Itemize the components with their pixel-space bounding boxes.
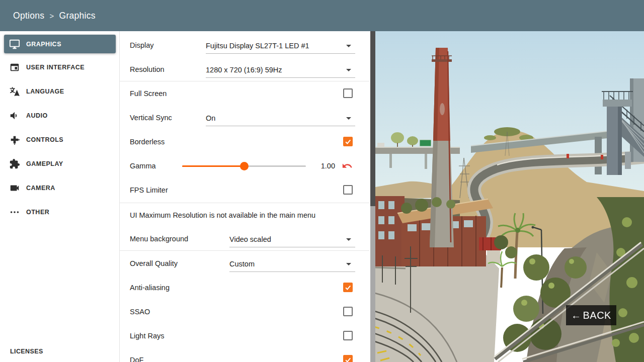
sidebar-item-audio[interactable]: AUDIO	[0, 104, 119, 128]
dof-label: DoF	[130, 356, 143, 362]
back-button[interactable]: ← BACK	[566, 305, 616, 325]
setting-row-anti-aliasing: Anti-aliasing	[120, 276, 369, 300]
overall-quality-value: Custom	[229, 260, 255, 268]
gamepad-icon	[9, 134, 20, 145]
monitor-icon	[9, 39, 20, 50]
sidebar-item-user-interface[interactable]: USER INTERFACE	[0, 55, 119, 79]
overall-quality-label: Overall Quality	[130, 259, 178, 267]
gamma-label: Gamma	[130, 162, 156, 170]
back-button-label: BACK	[583, 310, 611, 321]
light-rays-checkbox[interactable]	[343, 331, 353, 340]
fps-limiter-label: FPS Limiter	[130, 186, 168, 194]
setting-row-overall-quality: Overall Quality Custom	[120, 251, 369, 276]
options-sidebar: GRAPHICS USER INTERFACE LANGUAGE AUDIO C…	[0, 31, 120, 362]
setting-row-borderless: Borderless	[120, 130, 369, 154]
menu-background-value: Video scaled	[229, 235, 271, 243]
check-icon	[344, 138, 352, 145]
puzzle-icon	[9, 158, 20, 169]
divider	[120, 250, 369, 251]
dropdown-arrow-icon	[346, 263, 351, 265]
vertical-sync-label: Vertical Sync	[130, 114, 172, 122]
gamma-value: 1.00	[313, 162, 335, 170]
sidebar-item-label: GRAPHICS	[26, 41, 61, 48]
dof-checkbox[interactable]	[343, 355, 353, 362]
gamma-slider-thumb[interactable]	[240, 162, 249, 170]
translate-icon	[9, 86, 20, 97]
graphics-settings-panel: Display Fujitsu Display SL27T-1 LED #1 R…	[120, 31, 369, 362]
setting-row-dof: DoF	[120, 348, 369, 362]
breadcrumb: Options > Graphics	[13, 11, 96, 21]
anti-aliasing-label: Anti-aliasing	[130, 284, 170, 292]
sidebar-item-label: OTHER	[26, 209, 49, 216]
sidebar-item-graphics[interactable]: GRAPHICS	[4, 35, 116, 53]
sidebar-item-label: CONTROLS	[26, 136, 63, 143]
window-icon	[9, 62, 20, 73]
breadcrumb-options[interactable]: Options	[13, 11, 44, 21]
sidebar-item-label: GAMEPLAY	[26, 160, 63, 167]
sidebar-item-label: USER INTERFACE	[26, 64, 85, 71]
ssao-checkbox[interactable]	[343, 307, 353, 316]
setting-row-display: Display Fujitsu Display SL27T-1 LED #1	[120, 33, 369, 57]
setting-row-menu-background: Menu background Video scaled	[120, 227, 369, 251]
full-screen-label: Full Screen	[130, 89, 167, 98]
undo-icon	[342, 160, 353, 171]
licenses-link[interactable]: LICENSES	[10, 348, 43, 355]
resolution-select[interactable]: 644 x 362 (16:9) 59Hz	[206, 61, 355, 78]
overall-quality-select[interactable]: Custom	[229, 255, 355, 272]
setting-row-full-screen: Full Screen	[120, 81, 369, 106]
sidebar-item-language[interactable]: LANGUAGE	[0, 79, 119, 104]
borderless-label: Borderless	[130, 138, 165, 146]
menu-background-select[interactable]: Video scaled	[229, 231, 355, 247]
vertical-sync-select[interactable]: On	[206, 110, 355, 126]
videocam-icon	[9, 183, 20, 194]
setting-row-gamma: Gamma 1.00	[120, 154, 369, 178]
breadcrumb-graphics: Graphics	[59, 11, 95, 21]
resolution-label: Resolution	[130, 65, 165, 73]
display-label: Display	[130, 41, 154, 49]
resolution-value: 644 x 362 (16:9) 59Hz	[206, 66, 282, 74]
sidebar-item-label: AUDIO	[26, 112, 48, 119]
back-arrow-icon: ←	[571, 310, 582, 321]
ssao-label: SSAO	[130, 308, 150, 316]
breadcrumb-separator: >	[49, 12, 54, 20]
setting-row-vertical-sync: Vertical Sync On	[120, 106, 369, 130]
fps-limiter-checkbox[interactable]	[343, 185, 353, 195]
more-dots-icon	[9, 207, 20, 218]
sidebar-item-label: LANGUAGE	[26, 88, 64, 95]
dropdown-arrow-icon	[346, 117, 351, 120]
ui-resolution-note: UI Maximum Resolution is not available i…	[120, 203, 369, 227]
dropdown-arrow-icon	[346, 45, 351, 47]
setting-row-light-rays: Light Rays	[120, 324, 369, 348]
settings-scrollbar-track[interactable]	[370, 31, 375, 362]
display-value: Fujitsu Display SL27T-1 LED #1	[206, 42, 309, 50]
speaker-icon	[9, 110, 20, 121]
sidebar-item-label: CAMERA	[26, 185, 55, 192]
check-icon	[344, 356, 352, 362]
check-icon	[344, 284, 352, 291]
anti-aliasing-checkbox[interactable]	[343, 283, 353, 292]
menu-background-label: Menu background	[130, 235, 188, 243]
dropdown-arrow-icon	[346, 69, 351, 71]
sidebar-item-camera[interactable]: CAMERA	[0, 176, 119, 200]
note-text: UI Maximum Resolution is not available i…	[130, 211, 315, 219]
setting-row-resolution: Resolution 644 x 362 (16:9) 59Hz	[120, 57, 369, 81]
sidebar-item-gameplay[interactable]: GAMEPLAY	[0, 152, 119, 176]
full-screen-checkbox[interactable]	[343, 88, 353, 98]
dropdown-arrow-icon	[346, 238, 351, 241]
light-rays-label: Light Rays	[130, 332, 165, 340]
sidebar-item-controls[interactable]: CONTROLS	[0, 128, 119, 152]
setting-row-fps-limiter: FPS Limiter	[120, 178, 369, 202]
setting-row-ssao: SSAO	[120, 300, 369, 324]
borderless-checkbox[interactable]	[343, 137, 353, 146]
game-scene-preview: ← BACK	[375, 31, 644, 362]
top-bar: Options > Graphics	[0, 0, 644, 31]
gamma-slider-fill	[182, 165, 244, 167]
gamma-reset-button[interactable]	[342, 160, 353, 171]
sidebar-item-other[interactable]: OTHER	[0, 200, 119, 224]
display-select[interactable]: Fujitsu Display SL27T-1 LED #1	[206, 37, 355, 54]
settings-scrollbar-thumb[interactable]	[370, 31, 375, 206]
vertical-sync-value: On	[206, 114, 215, 122]
gamma-slider[interactable]	[182, 165, 306, 167]
